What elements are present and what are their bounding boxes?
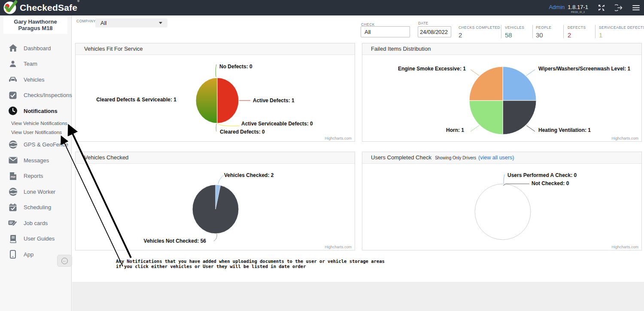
pie-label-heating: Heating Ventilation1 — [538, 127, 591, 133]
company-dropdown[interactable]: All — [95, 18, 167, 27]
user-company: Paragus M18 — [3, 25, 67, 31]
phone-icon — [8, 250, 18, 259]
pie-slice-heating-ventilation[interactable] — [503, 101, 536, 134]
sidebar-item-team[interactable]: Team — [0, 56, 71, 72]
stat-label: DEFECTS — [568, 25, 586, 30]
sidebar-item-job-cards[interactable]: Job cards — [0, 215, 71, 231]
stat-value: 58 — [505, 31, 524, 39]
menu-icon[interactable] — [632, 4, 640, 12]
sub-link-label: View Vehicle Notifications — [11, 121, 67, 126]
user-block: Gary Hawthorne Paragus M18 — [3, 16, 67, 34]
stat-serviceable-defects: SERVICEABLE DEFECTS 1 — [599, 25, 644, 39]
sidebar-item-label: Scheduling — [24, 204, 51, 210]
pie-label-vehicles-not-checked: Vehicles Not Checked56 — [144, 238, 206, 244]
pie-slice-engine-smoke[interactable] — [469, 67, 503, 101]
envelope-icon — [8, 156, 18, 165]
admin-link[interactable]: Admin — [549, 4, 565, 10]
globe-icon — [8, 187, 18, 196]
stat-label: VEHICLES — [505, 25, 524, 30]
panel-title: Vehicles Fit For Service — [84, 43, 143, 55]
panel-header: Vehicles Checked — [76, 152, 355, 164]
fullscreen-icon[interactable] — [598, 4, 605, 12]
sidebar: Gary Hawthorne Paragus M18 Dashboard Tea… — [0, 15, 72, 311]
stat-vehicles: VEHICLES 58 — [505, 25, 524, 39]
car-icon — [8, 75, 18, 84]
company-value: All — [100, 20, 106, 26]
home-icon — [8, 43, 18, 53]
highcharts-credit-link[interactable]: Highcharts.com — [611, 136, 638, 140]
view-user-notifications-link[interactable]: View User Notifications — [0, 128, 71, 137]
stat-divider — [501, 25, 501, 38]
pie-label-wipers: Wipers/Washers/Screenwash Level1 — [538, 66, 630, 72]
check-square-icon — [8, 91, 18, 100]
pie-label-vehicles-checked: Vehicles Checked2 — [224, 172, 273, 178]
pie-chart-failed-items: Engine Smoke Excessive1 Wipers/Washers/S… — [362, 55, 641, 142]
connector-horn — [471, 125, 479, 131]
stat-value: 1 — [599, 31, 644, 39]
sidebar-item-label: User Guides — [24, 235, 55, 242]
date-input[interactable] — [418, 26, 451, 37]
logout-icon[interactable] — [615, 4, 623, 12]
highcharts-credit-link[interactable]: Highcharts.com — [611, 245, 638, 249]
checkedsafe-logo-icon — [3, 0, 19, 15]
pie-label-not-checked: Not Checked0 — [532, 180, 569, 186]
pie-slice-cleared-serviceable[interactable] — [196, 78, 217, 123]
footer-area — [72, 282, 644, 311]
panel-title: Failed Items Distribution — [371, 43, 431, 55]
panel-header: Vehicles Fit For Service — [76, 43, 355, 55]
pie-chart-vehicles-fit: No Defects0 Cleared Defects & Serviceabl… — [76, 55, 355, 142]
highcharts-credit-link[interactable]: Highcharts.com — [325, 136, 352, 140]
connector-active-serviceable — [218, 123, 240, 126]
person-icon — [8, 59, 18, 69]
connector-wipers — [526, 70, 535, 76]
highcharts-credit-link[interactable]: Highcharts.com — [325, 245, 352, 249]
panel-title: Users Completed Check — [371, 152, 431, 163]
pie-slice-horn[interactable] — [469, 101, 503, 134]
stat-defects: DEFECTS 2 — [568, 25, 586, 39]
pie-label-cleared-defects: Cleared Defects0 — [220, 129, 265, 135]
sidebar-collapse-button[interactable]: ← — [57, 255, 72, 267]
sidebar-item-lone-worker[interactable]: Lone Worker — [0, 184, 71, 200]
sidebar-item-scheduling[interactable]: Scheduling — [0, 200, 71, 216]
sidebar-item-notifications[interactable]: Notifications — [0, 103, 71, 119]
view-all-users-link[interactable]: (view all users) — [478, 155, 514, 161]
pdf-icon: PDF — [8, 171, 18, 181]
pie-chart-users-completed: Users Performed A Check0 Not Checked0 Hi… — [362, 164, 641, 250]
sidebar-item-checks-inspections[interactable]: Checks/Inspections — [0, 88, 71, 104]
version-number: 1.8.17-1 — [568, 4, 588, 10]
stat-people: PEOPLE 30 — [536, 25, 551, 39]
stat-value: 2 — [459, 31, 500, 39]
pie-slice-wipers[interactable] — [503, 67, 536, 101]
panel-header: Failed Items Distribution — [362, 43, 641, 55]
dashboard-page: CheckedSafe® Admin 1.8.17-1 PROD_ID_3 — [0, 0, 644, 311]
sidebar-item-dashboard[interactable]: Dashboard — [0, 40, 71, 56]
date-label: DATE — [418, 21, 428, 25]
view-vehicle-notifications-link[interactable]: View Vehicle Notifications — [0, 119, 71, 128]
sidebar-item-label: Lone Worker — [24, 189, 55, 195]
sidebar-item-messages[interactable]: Messages — [0, 152, 71, 168]
company-label: COMPANY — [76, 19, 96, 23]
sidebar-item-label: App — [24, 251, 33, 258]
panel-users-completed-check: Users Completed Check Showing Only Drive… — [362, 152, 642, 250]
sidebar-item-label: Team — [24, 61, 37, 67]
pie-empty-circle — [475, 184, 531, 240]
connector-heating — [526, 125, 535, 131]
check-input[interactable] — [361, 26, 410, 37]
sidebar-item-label: Checks/Inspections — [24, 92, 72, 98]
pie-label-engine-smoke: Engine Smoke Excessive1 — [398, 66, 466, 72]
sidebar-item-user-guides[interactable]: User Guides — [0, 231, 71, 247]
sidebar-item-reports[interactable]: PDF Reports — [0, 168, 71, 184]
sidebar-item-gps-geofence[interactable]: GPS & GeoFence — [0, 137, 71, 153]
sidebar-item-label: Job cards — [24, 220, 48, 226]
sidebar-item-vehicles[interactable]: Vehicles — [0, 72, 71, 88]
sidebar-item-label: Vehicles — [24, 76, 44, 83]
clock-icon — [8, 106, 18, 116]
jobcard-icon — [8, 218, 18, 228]
connector-engine-smoke — [471, 70, 479, 76]
pie-slice-active-defects[interactable] — [217, 78, 239, 123]
version-block: 1.8.17-1 PROD_ID_3 — [568, 4, 588, 13]
brand-logo[interactable]: CheckedSafe® — [0, 0, 79, 15]
stat-label: CHECKS COMPLETED — [459, 25, 500, 30]
connector-no-defects — [216, 64, 216, 77]
sidebar-item-label: Messages — [24, 157, 49, 164]
